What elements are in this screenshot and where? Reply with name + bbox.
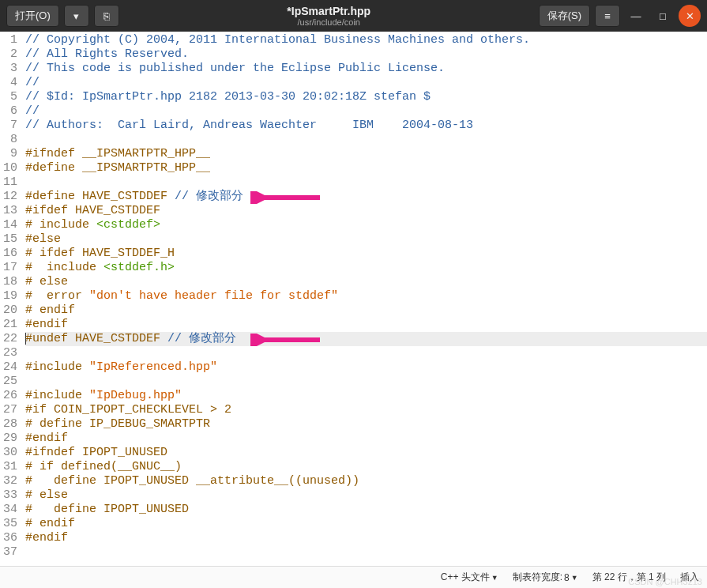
line-number: 18 (3, 275, 17, 289)
minimize-icon: — (631, 10, 641, 22)
document-path: /usr/include/coin (124, 17, 534, 27)
code-line[interactable]: // All Rights Reserved. (25, 47, 707, 62)
code-token: // All Rights Reserved. (25, 47, 189, 61)
code-line[interactable]: # include <stddef.h> (25, 261, 707, 275)
hamburger-icon: ≡ (604, 10, 611, 22)
code-token: // 修改部分 (175, 190, 243, 203)
line-number-gutter: 1234567891011121314151617181920212223242… (0, 32, 22, 566)
code-line[interactable]: #endif (25, 432, 707, 446)
code-token: // (25, 76, 39, 89)
code-line[interactable]: #include "IpDebug.hpp" (25, 389, 707, 403)
save-label: 保存(S) (547, 9, 581, 23)
code-line[interactable]: #ifndef __IPSMARTPTR_HPP__ (25, 147, 707, 161)
code-token: #ifdef HAVE_CSTDDEF (25, 204, 160, 217)
code-line[interactable]: # include <cstddef> (25, 218, 707, 232)
line-number: 22 (3, 332, 17, 346)
code-line[interactable]: # define IP_DEBUG_SMARTPTR (25, 417, 707, 432)
code-token: // (25, 104, 39, 118)
language-selector[interactable]: C++ 头文件 ▼ (441, 571, 498, 584)
line-number: 36 (3, 531, 17, 545)
code-token: #else (25, 232, 61, 246)
code-line[interactable]: #if COIN_IPOPT_CHECKLEVEL > 2 (25, 403, 707, 417)
code-line[interactable]: #define __IPSMARTPTR_HPP__ (25, 161, 707, 175)
code-line[interactable]: // $Id: IpSmartPtr.hpp 2182 2013-03-30 2… (25, 90, 707, 104)
new-tab-button[interactable]: ⎘ (94, 5, 119, 27)
code-line[interactable]: #ifndef IPOPT_UNUSED (25, 446, 707, 460)
line-number: 7 (3, 119, 17, 133)
code-token: #ifndef __IPSMARTPTR_HPP__ (25, 147, 210, 160)
line-number: 23 (3, 346, 17, 360)
code-line[interactable]: // Authors: Carl Laird, Andreas Waechter… (25, 119, 707, 133)
tabwidth-selector[interactable]: 制表符宽度: 8 ▼ (513, 571, 578, 584)
code-token: #endif (25, 531, 68, 545)
code-token: // 修改部分 (167, 332, 236, 345)
code-line[interactable]: # define IPOPT_UNUSED __attribute__((unu… (25, 474, 707, 488)
open-label: 打开(O) (15, 9, 51, 23)
line-number: 28 (3, 417, 17, 432)
menu-button[interactable]: ≡ (595, 5, 620, 27)
code-token: # define IP_DEBUG_SMARTPTR (25, 417, 210, 431)
code-line[interactable]: #undef HAVE_CSTDDEF // 修改部分 (25, 332, 707, 346)
code-token: # endif (25, 517, 75, 530)
code-line[interactable]: # endif (25, 517, 707, 531)
code-line[interactable]: #else (25, 232, 707, 247)
open-recent-dropdown[interactable]: ▾ (64, 5, 89, 27)
maximize-button[interactable]: □ (652, 5, 674, 27)
code-line[interactable]: # ifdef HAVE_STDDEF_H (25, 247, 707, 261)
tabwidth-label: 制表符宽度: (513, 571, 562, 584)
code-content[interactable]: // Copyright (C) 2004, 2011 Internationa… (22, 32, 707, 566)
code-line[interactable]: # endif (25, 303, 707, 318)
code-line[interactable]: // (25, 104, 707, 119)
code-line[interactable]: // (25, 76, 707, 90)
code-token: "don't have header file for stddef" (89, 289, 338, 303)
close-button[interactable]: ✕ (679, 5, 701, 27)
line-number: 16 (3, 247, 17, 261)
close-icon: ✕ (686, 10, 694, 22)
line-number: 14 (3, 218, 17, 232)
line-number: 30 (3, 446, 17, 460)
code-line[interactable]: // This code is published under the Ecli… (25, 62, 707, 76)
language-label: C++ 头文件 (441, 571, 490, 584)
line-number: 10 (3, 161, 17, 175)
code-line[interactable]: #endif (25, 318, 707, 332)
code-line[interactable]: # else (25, 488, 707, 503)
minimize-button[interactable]: — (625, 5, 647, 27)
line-number: 29 (3, 432, 17, 446)
code-line[interactable] (25, 133, 707, 147)
open-button[interactable]: 打开(O) (6, 5, 59, 27)
code-token: #endif (25, 318, 68, 331)
line-number: 27 (3, 403, 17, 417)
code-line[interactable]: # if defined(__GNUC__) (25, 460, 707, 474)
code-line[interactable] (25, 175, 707, 190)
code-line[interactable] (25, 545, 707, 560)
code-line[interactable] (25, 375, 707, 389)
line-number: 20 (3, 303, 17, 318)
code-line[interactable]: # else (25, 275, 707, 289)
line-number: 8 (3, 133, 17, 147)
code-line[interactable]: #include "IpReferenced.hpp" (25, 360, 707, 375)
line-number: 13 (3, 204, 17, 218)
code-line[interactable]: #endif (25, 531, 707, 545)
code-line[interactable]: #define HAVE_CSTDDEF // 修改部分 (25, 190, 707, 204)
code-line[interactable]: #ifdef HAVE_CSTDDEF (25, 204, 707, 218)
code-token: // $Id: IpSmartPtr.hpp 2182 2013-03-30 2… (25, 90, 431, 104)
save-button[interactable]: 保存(S) (539, 5, 590, 27)
line-number: 2 (3, 47, 17, 62)
code-line[interactable]: # error "don't have header file for stdd… (25, 289, 707, 303)
editor-area[interactable]: 1234567891011121314151617181920212223242… (0, 32, 707, 566)
line-number: 17 (3, 261, 17, 275)
code-line[interactable]: # define IPOPT_UNUSED (25, 503, 707, 517)
code-line[interactable]: // Copyright (C) 2004, 2011 Internationa… (25, 33, 707, 47)
titlebar: 打开(O) ▾ ⎘ *IpSmartPtr.hpp /usr/include/c… (0, 0, 707, 32)
line-number: 9 (3, 147, 17, 161)
line-number: 11 (3, 175, 17, 190)
code-line[interactable] (25, 346, 707, 360)
line-number: 5 (3, 90, 17, 104)
code-token: # else (25, 488, 68, 502)
line-number: 6 (3, 104, 17, 119)
document-title: *IpSmartPtr.hpp (124, 5, 534, 17)
line-number: 31 (3, 460, 17, 474)
chevron-down-icon: ▾ (73, 10, 79, 22)
code-token: <stddef.h> (103, 261, 175, 274)
line-number: 21 (3, 318, 17, 332)
